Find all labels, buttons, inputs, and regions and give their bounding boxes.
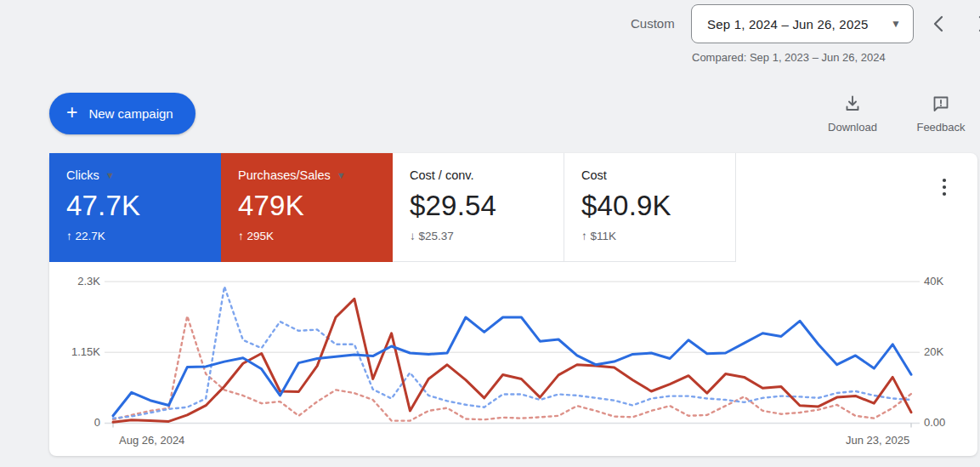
feedback-icon bbox=[931, 94, 951, 116]
chevron-down-icon: ▼ bbox=[105, 170, 115, 180]
download-button[interactable]: Download bbox=[823, 94, 882, 134]
download-icon bbox=[842, 94, 863, 116]
x-axis-end-label: Jun 23, 2025 bbox=[846, 434, 909, 447]
left-axis-tick: 0 bbox=[49, 416, 100, 429]
feedback-button[interactable]: Feedback bbox=[911, 94, 971, 134]
date-range-selector[interactable]: Sep 1, 2024 – Jun 26, 2025 ▼ bbox=[691, 4, 914, 43]
scorecard-delta: ↓ $25.37 bbox=[410, 230, 564, 242]
chart-canvas bbox=[49, 262, 977, 456]
feedback-label: Feedback bbox=[911, 121, 971, 134]
scorecard-value: 47.7K bbox=[66, 190, 221, 222]
right-axis-tick: 40K bbox=[924, 275, 943, 288]
date-range-type-label: Custom bbox=[631, 16, 675, 31]
scorecard-delta: ↑ 295K bbox=[238, 230, 393, 242]
date-range-text: Sep 1, 2024 – Jun 26, 2025 bbox=[707, 17, 884, 31]
scorecard-value: $40.9K bbox=[581, 190, 735, 222]
scorecard-label: Clicks bbox=[66, 168, 99, 182]
x-axis-start-label: Aug 26, 2024 bbox=[119, 434, 184, 447]
scorecard-delta: ↑ $11K bbox=[581, 230, 735, 242]
new-campaign-label: New campaign bbox=[88, 106, 173, 121]
scorecard-label: Cost bbox=[581, 168, 607, 182]
left-axis-tick: 2.3K bbox=[49, 275, 100, 288]
scorecard-delta: ↑ 22.7K bbox=[66, 230, 221, 242]
chevron-down-icon: ▼ bbox=[891, 18, 901, 30]
scorecard-value: 479K bbox=[238, 190, 393, 222]
chevron-down-icon: ▼ bbox=[337, 170, 346, 180]
next-period-chevron[interactable] bbox=[972, 13, 980, 35]
compared-period-text: Compared: Sep 1, 2023 – Jun 26, 2024 bbox=[692, 51, 886, 64]
scorecard-clicks[interactable]: Clicks▼ 47.7K ↑ 22.7K bbox=[49, 153, 221, 262]
scorecard-row: Clicks▼ 47.7K ↑ 22.7K Purchases/Sales▼ 4… bbox=[49, 153, 977, 262]
right-axis-tick: 0.00 bbox=[924, 416, 945, 429]
scorecard-cost-per-conv[interactable]: Cost / conv. $29.54 ↓ $25.37 bbox=[393, 153, 564, 262]
scorecard-purchases-sales[interactable]: Purchases/Sales▼ 479K ↑ 295K bbox=[221, 153, 393, 262]
scorecard-value: $29.54 bbox=[410, 190, 564, 222]
performance-chart[interactable]: 2.3K 1.15K 0 40K 20K 0.00 Aug 26, 2024 J… bbox=[49, 262, 977, 456]
left-axis-tick: 1.15K bbox=[49, 345, 100, 358]
overflow-menu-button[interactable] bbox=[937, 177, 952, 199]
plus-icon: + bbox=[66, 103, 77, 122]
previous-period-chevron[interactable] bbox=[928, 13, 950, 35]
download-label: Download bbox=[823, 121, 882, 134]
performance-summary-card: Clicks▼ 47.7K ↑ 22.7K Purchases/Sales▼ 4… bbox=[49, 153, 977, 456]
scorecard-label: Cost / conv. bbox=[410, 168, 473, 182]
scorecard-label: Purchases/Sales bbox=[238, 168, 331, 182]
scorecard-cost[interactable]: Cost $40.9K ↑ $11K bbox=[564, 153, 736, 262]
new-campaign-button[interactable]: + New campaign bbox=[49, 93, 195, 134]
right-axis-tick: 20K bbox=[924, 345, 943, 358]
